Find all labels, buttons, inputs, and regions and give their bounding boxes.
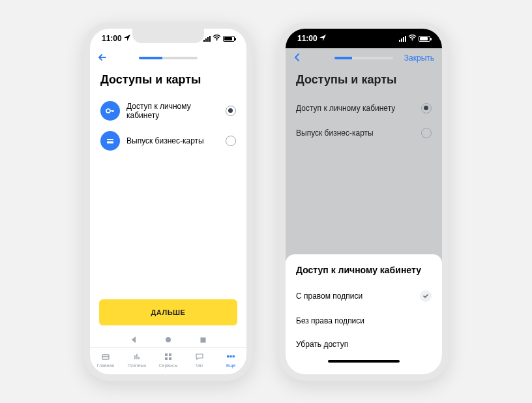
svg-rect-3	[107, 140, 113, 142]
option-issue-card[interactable]: Выпуск бизнес-карты	[100, 126, 236, 156]
notch	[328, 29, 400, 43]
progress-bar	[139, 57, 198, 59]
sheet-option-label: Убрать доступ	[296, 340, 348, 349]
battery-icon	[419, 36, 430, 42]
svg-rect-13	[233, 355, 235, 357]
sheet-option-label: С правом подписи	[296, 291, 362, 301]
phone-mockup-right: 11:00 Закрыть Доступы и карты	[279, 22, 449, 381]
svg-rect-8	[169, 353, 171, 356]
back-button[interactable]	[98, 52, 107, 65]
dimmed-content: Закрыть Доступы и карты Доступ к личному…	[286, 48, 442, 374]
tab-label: Платежи	[128, 363, 146, 368]
tab-services[interactable]: Сервисы	[153, 351, 184, 368]
page-title: Доступы и карты	[90, 68, 246, 96]
tab-home[interactable]: Главная	[90, 351, 121, 368]
sheet-option-sign-rights[interactable]: С правом подписи	[296, 283, 432, 309]
radio-unselected[interactable]	[226, 136, 236, 146]
svg-point-4	[166, 337, 171, 342]
more-icon	[226, 351, 236, 362]
svg-rect-9	[165, 357, 168, 360]
progress-bar	[334, 57, 393, 59]
nav-row	[90, 48, 246, 68]
check-icon	[420, 290, 432, 302]
card-icon	[100, 131, 120, 151]
home-icon	[100, 351, 111, 362]
cellular-icon	[203, 36, 211, 42]
svg-point-14	[412, 39, 413, 40]
tab-bar: Главная Платежи Сервисы Чат Еще	[90, 347, 246, 374]
location-icon	[124, 34, 130, 43]
wifi-icon	[213, 34, 221, 43]
option-label: Выпуск бизнес-карты	[126, 136, 219, 145]
sheet-option-no-sign-rights[interactable]: Без права подписи	[296, 309, 432, 333]
services-icon	[163, 351, 173, 362]
status-time: 11:00	[102, 34, 122, 43]
nav-back-icon[interactable]	[130, 336, 138, 346]
status-time: 11:00	[297, 34, 318, 43]
key-icon	[100, 101, 120, 121]
android-nav-controls	[90, 332, 246, 347]
notch	[132, 29, 204, 43]
chat-icon	[194, 351, 205, 362]
options-list: Доступ к личному кабинету Выпуск бизнес-…	[286, 96, 442, 145]
tab-label: Чат	[196, 363, 203, 368]
cellular-icon	[399, 36, 406, 42]
radio-selected[interactable]	[226, 106, 236, 116]
svg-point-1	[106, 109, 110, 113]
home-indicator	[328, 360, 400, 363]
tab-chat[interactable]: Чат	[184, 351, 215, 368]
sheet-title: Доступ к личному кабинету	[296, 265, 432, 275]
svg-rect-10	[169, 357, 171, 360]
option-label: Выпуск бизнес-карты	[296, 128, 415, 138]
tab-label: Сервисы	[158, 363, 177, 368]
radio-unselected[interactable]	[421, 128, 432, 138]
bottom-sheet: Доступ к личному кабинету С правом подпи…	[286, 254, 442, 374]
tab-label: Главная	[97, 363, 115, 368]
tab-more[interactable]: Еще	[215, 351, 246, 368]
option-label: Доступ к личному кабинету	[296, 104, 415, 113]
nav-home-icon[interactable]	[164, 336, 172, 346]
svg-rect-12	[229, 355, 231, 357]
option-access-account[interactable]: Доступ к личному кабинету	[100, 96, 236, 126]
svg-point-0	[216, 39, 218, 40]
svg-rect-7	[165, 353, 168, 356]
option-label: Доступ к личному кабинету	[126, 102, 219, 120]
wifi-icon	[408, 34, 417, 43]
option-access-account[interactable]: Доступ к личному кабинету	[296, 96, 432, 121]
close-button[interactable]: Закрыть	[404, 53, 434, 63]
options-list: Доступ к личному кабинету Выпуск бизнес-…	[90, 96, 246, 156]
page-title: Доступы и карты	[286, 68, 442, 96]
tab-payments[interactable]: Платежи	[121, 351, 153, 368]
back-button[interactable]	[293, 52, 301, 65]
phone-mockup-left: 11:00 Доступы и карты Доступ к личному к	[83, 22, 253, 381]
next-button[interactable]: ДАЛЬШЕ	[99, 299, 237, 325]
svg-rect-5	[201, 337, 206, 342]
nav-row: Закрыть	[286, 48, 442, 68]
tab-label: Еще	[226, 363, 235, 368]
battery-icon	[223, 36, 235, 42]
nav-recent-icon[interactable]	[200, 336, 207, 346]
location-icon	[319, 34, 326, 43]
sheet-option-label: Без права подписи	[296, 316, 364, 325]
svg-rect-11	[227, 355, 229, 357]
radio-selected[interactable]	[421, 103, 432, 113]
payments-icon	[132, 351, 142, 362]
option-issue-card[interactable]: Выпуск бизнес-карты	[296, 121, 432, 145]
sheet-option-remove-access[interactable]: Убрать доступ	[296, 333, 432, 356]
